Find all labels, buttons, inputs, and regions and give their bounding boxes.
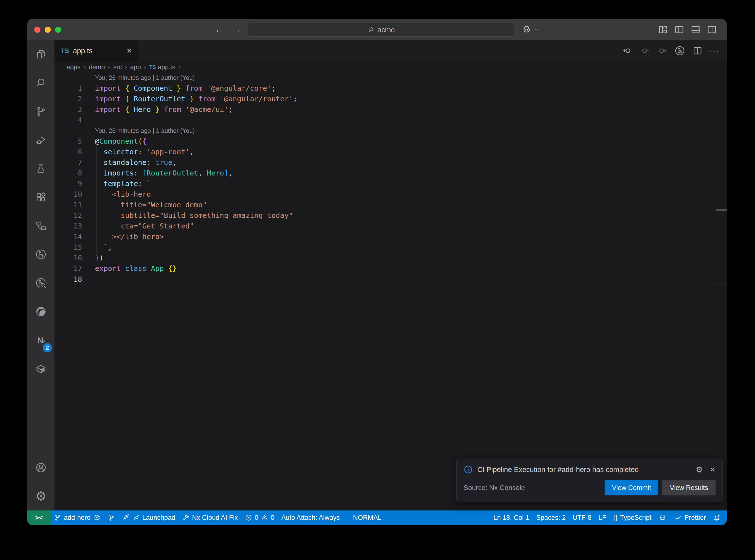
cursor-position-status[interactable]: Ln 18, Col 1: [490, 511, 533, 525]
breadcrumb-item[interactable]: src: [113, 63, 122, 71]
remote-indicator[interactable]: ><: [27, 511, 51, 525]
gitlens-icon[interactable]: [27, 240, 55, 269]
current-change-icon[interactable]: [640, 46, 650, 56]
tab-bar: TS app.ts ✕: [55, 40, 727, 62]
code-line-11[interactable]: 11 title="Welcmoe demo": [55, 200, 727, 210]
indent-guide: [96, 147, 97, 253]
source-control-icon[interactable]: [27, 97, 55, 126]
double-check-icon: [674, 514, 682, 521]
view-commit-button[interactable]: View Commit: [604, 480, 659, 495]
next-change-icon[interactable]: [657, 46, 667, 56]
code-line-15[interactable]: 15 `,: [55, 242, 727, 253]
code-line-7[interactable]: 7 standalone: true,: [55, 157, 727, 168]
explorer-icon[interactable]: [27, 40, 55, 68]
line-number: 14: [55, 232, 82, 242]
line-number: 17: [55, 263, 82, 274]
previous-change-icon[interactable]: [622, 46, 633, 56]
editor-actions: ···: [622, 40, 719, 62]
view-results-button[interactable]: View Results: [662, 480, 716, 495]
code-line-2[interactable]: 2import { RouterOutlet } from '@angular/…: [55, 94, 727, 104]
toggle-panel-icon[interactable]: [690, 24, 701, 35]
search-view-icon[interactable]: [27, 68, 55, 97]
more-actions-icon[interactable]: ···: [710, 46, 719, 55]
copilot-status[interactable]: [655, 511, 670, 525]
formatter-status[interactable]: Prettier: [670, 511, 709, 525]
code-line-6[interactable]: 6 selector: 'app-root',: [55, 147, 727, 157]
encoding-status[interactable]: UTF-8: [569, 511, 595, 525]
blame-annotation[interactable]: You, 26 minutes ago | 1 author (You): [55, 73, 727, 83]
scrollbar-decoration[interactable]: [716, 209, 727, 211]
code-line-3[interactable]: 3import { Hero } from '@acme/ui';: [55, 104, 727, 115]
breadcrumb-item[interactable]: TSapp.ts: [150, 63, 176, 71]
copilot-menu[interactable]: [522, 19, 539, 40]
problems-status[interactable]: 0 0: [241, 511, 278, 525]
run-debug-icon[interactable]: [27, 126, 55, 154]
code-line-16[interactable]: 16}): [55, 253, 727, 263]
breadcrumb-item[interactable]: apps: [66, 63, 80, 71]
activity-bar-spacer: [27, 383, 55, 453]
breadcrumb-item[interactable]: demo: [89, 63, 105, 71]
language-mode-status[interactable]: {} TypeScript: [610, 511, 655, 525]
references-icon[interactable]: [27, 212, 55, 240]
launchpad-status[interactable]: Launchpad: [119, 511, 179, 525]
containers-icon[interactable]: [27, 355, 55, 383]
auto-attach-status[interactable]: Auto Attach: Always: [278, 511, 343, 525]
commit-graph-status[interactable]: [104, 511, 119, 525]
git-branch-status[interactable]: add-hero: [51, 511, 104, 525]
code-editor[interactable]: You, 26 minutes ago | 1 author (You)1imp…: [55, 73, 727, 284]
go-forward-button[interactable]: →: [233, 24, 241, 35]
gitlens-inspect-icon[interactable]: [27, 269, 55, 297]
toggle-primary-sidebar-icon[interactable]: [674, 24, 685, 35]
edge-browser-icon[interactable]: [27, 297, 55, 326]
notifications-bell[interactable]: [709, 511, 724, 525]
nx-badge: 2: [43, 343, 52, 353]
split-editor-icon[interactable]: [692, 46, 703, 56]
notification-close-icon[interactable]: ✕: [710, 466, 716, 474]
settings-gear-icon[interactable]: ⚙: [27, 482, 55, 511]
close-tab-icon[interactable]: ✕: [126, 47, 132, 55]
title-bar: ← → acme: [27, 19, 727, 40]
code-line-12[interactable]: 12 subtitle="Build something amazing tod…: [55, 210, 727, 221]
minimize-window-button[interactable]: [45, 27, 51, 33]
accounts-icon[interactable]: [27, 453, 55, 482]
command-center-search[interactable]: acme: [248, 23, 515, 37]
notification-settings-icon[interactable]: ⚙: [696, 465, 703, 474]
breadcrumb-item[interactable]: app: [130, 63, 141, 71]
code-line-13[interactable]: 13 cta="Get Started": [55, 221, 727, 232]
zoom-window-button[interactable]: [55, 27, 61, 33]
blame-annotation[interactable]: You, 26 minutes ago | 1 author (You): [55, 125, 727, 136]
code-line-9[interactable]: 9 template: `: [55, 178, 727, 189]
vscode-window: ← → acme: [27, 19, 727, 525]
line-number: 16: [55, 253, 82, 263]
nx-cloud-ai-fix-status[interactable]: Nx Cloud AI Fix: [179, 511, 241, 525]
toggle-secondary-sidebar-icon[interactable]: [707, 24, 717, 35]
copilot-icon: [522, 25, 532, 35]
code-line-1[interactable]: 1import { Component } from '@angular/cor…: [55, 83, 727, 94]
breadcrumb-item[interactable]: …: [184, 63, 190, 71]
activity-bar: N› 2 ⚙: [27, 40, 55, 511]
code-line-5[interactable]: 5@Component({: [55, 136, 727, 147]
vim-mode-status[interactable]: -- NORMAL --: [343, 511, 391, 525]
customize-layout-icon[interactable]: [658, 24, 669, 35]
code-line-10[interactable]: 10 <lib-hero: [55, 189, 727, 200]
eol-status[interactable]: LF: [595, 511, 610, 525]
extensions-icon[interactable]: [27, 183, 55, 212]
go-back-button[interactable]: ←: [215, 24, 224, 35]
tab-app-ts[interactable]: TS app.ts ✕: [55, 40, 138, 62]
errors-icon: [245, 514, 252, 521]
code-line-17[interactable]: 17export class App {}: [55, 263, 727, 274]
indentation-status[interactable]: Spaces: 2: [533, 511, 569, 525]
window-controls: [34, 19, 61, 40]
plug-icon: [133, 514, 140, 521]
code-line-14[interactable]: 14 ></lib-hero>: [55, 232, 727, 242]
error-count: 0: [255, 514, 258, 522]
code-line-4[interactable]: 4: [55, 115, 727, 125]
nx-console-icon[interactable]: N› 2: [27, 326, 55, 355]
code-line-18[interactable]: 18: [55, 274, 727, 284]
commit-graph-icon[interactable]: [674, 45, 686, 57]
close-window-button[interactable]: [34, 27, 40, 33]
testing-icon[interactable]: [27, 154, 55, 183]
line-number: 7: [55, 157, 82, 168]
line-number: 8: [55, 168, 82, 178]
code-line-8[interactable]: 8 imports: [RouterOutlet, Hero],: [55, 168, 727, 178]
